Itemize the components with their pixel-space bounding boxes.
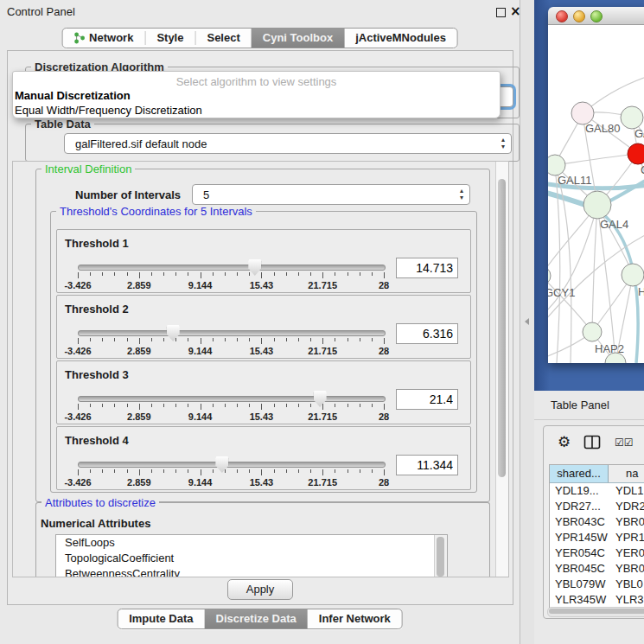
tab-infer-network[interactable]: Infer Network <box>308 609 402 628</box>
threshold-slider[interactable]: -3.4262.8599.14415.4321.71528 <box>78 325 384 356</box>
tick-label: 15.43 <box>250 346 274 356</box>
tick-mark <box>335 404 335 407</box>
slider-track[interactable] <box>78 462 386 468</box>
tick-label: -3.426 <box>64 477 91 488</box>
settings-scrollbar-thumb[interactable] <box>498 179 506 477</box>
cell-name: YBR0 <box>610 514 644 530</box>
network-node-c[interactable] <box>628 143 644 164</box>
attribute-list-item[interactable]: BetweennessCentrality <box>56 566 447 577</box>
tick-mark <box>188 469 188 473</box>
tab-cyni-toolbox[interactable]: Cyni Toolbox <box>252 29 344 48</box>
tab-select[interactable]: Select <box>195 29 251 48</box>
table-row[interactable]: YBR045CYBR0 <box>550 561 644 577</box>
node-table: shared... na YDL19...YDL1YDR27...YDR2YBR… <box>549 464 644 613</box>
tick-mark <box>114 338 115 341</box>
tick-mark <box>298 272 299 276</box>
tab-style[interactable]: Style <box>145 29 194 48</box>
number-of-intervals-combobox[interactable]: 5 ▴▾ <box>192 184 470 205</box>
attribute-list-scrollbar[interactable] <box>434 535 447 577</box>
table-row[interactable]: YER054CYER0 <box>550 545 644 561</box>
tick-label: -3.426 <box>64 280 91 290</box>
settings-vertical-scrollbar[interactable] <box>495 162 508 577</box>
network-node-h[interactable] <box>622 264 644 286</box>
threshold-slider[interactable]: -3.4262.8599.14415.4321.71528 <box>78 259 384 290</box>
tick-mark <box>261 338 262 344</box>
network-node-hap2[interactable] <box>583 322 602 341</box>
threshold-label: Threshold 4 <box>65 434 129 447</box>
control-panel-window: Control Panel × Network Style Select Cyn… <box>0 0 520 644</box>
threshold-value-field[interactable] <box>396 455 458 475</box>
splitter-collapse-icon[interactable] <box>525 318 529 325</box>
threshold-value-field[interactable] <box>396 258 458 278</box>
tick-mark <box>90 469 91 473</box>
tick-mark <box>286 469 287 473</box>
tab-network[interactable]: Network <box>62 29 144 48</box>
network-node-gal11[interactable] <box>548 155 565 175</box>
split-columns-icon[interactable] <box>583 435 601 450</box>
tick-label: 2.859 <box>127 411 151 422</box>
attribute-list-scrollbar-thumb[interactable] <box>437 537 444 577</box>
slider-track[interactable] <box>78 396 386 402</box>
tick-mark <box>372 338 373 341</box>
tick-mark <box>348 272 348 276</box>
apply-button[interactable]: Apply <box>227 579 293 600</box>
gear-icon[interactable]: ⚙ <box>558 433 571 450</box>
tick-mark <box>78 469 79 475</box>
tick-mark <box>384 338 385 344</box>
network-window-titlebar[interactable] <box>548 7 644 25</box>
tick-mark <box>90 272 91 276</box>
table-row[interactable]: YBL079WYBL0 <box>550 577 644 592</box>
attribute-list-item[interactable]: TopologicalCoefficient <box>56 551 447 566</box>
tick-mark <box>286 272 287 276</box>
cell-shared-name: YPR145W <box>550 530 610 545</box>
select-columns-icon[interactable]: ☑☑ <box>615 437 634 449</box>
table-horizontal-scrollbar[interactable] <box>547 607 644 617</box>
tab-discretize-data[interactable]: Discretize Data <box>205 609 308 628</box>
network-node-gcy1[interactable] <box>548 266 551 285</box>
tick-mark <box>237 469 238 473</box>
table-row[interactable]: YLR345WYLR3 <box>550 592 644 608</box>
window-close-icon[interactable] <box>556 10 568 22</box>
dropdown-option-manual-discretization[interactable]: Manual Discretization <box>13 88 500 103</box>
tick-mark <box>102 272 103 276</box>
tick-mark <box>139 404 140 410</box>
dropdown-option-equal-width-frequency[interactable]: Equal Width/Frequency Discretization <box>13 103 500 118</box>
tick-mark <box>151 338 152 341</box>
tab-jactivemnodules[interactable]: jActiveMNodules <box>344 29 457 48</box>
column-header-shared-name[interactable]: shared... <box>550 465 609 482</box>
table-scrollbar-thumb[interactable] <box>549 609 644 614</box>
network-node-ga[interactable] <box>621 106 643 129</box>
slider-track[interactable] <box>78 265 386 271</box>
network-graph: GAL80GACGAL11GAL4GCY1HHAP2 <box>548 25 644 363</box>
threshold-slider[interactable]: -3.4262.8599.14415.4321.71528 <box>78 391 384 422</box>
column-header-name[interactable]: na <box>609 465 644 482</box>
table-row[interactable]: YDR27...YDR2 <box>550 499 644 514</box>
table-row[interactable]: YPR145WYPR1 <box>550 530 644 545</box>
slider-track[interactable] <box>78 330 386 336</box>
window-zoom-icon[interactable] <box>590 10 603 22</box>
table-panel-title: Table Panel <box>551 399 609 411</box>
tick-label: 21.715 <box>308 411 337 422</box>
tab-impute-data[interactable]: Impute Data <box>118 609 204 628</box>
panel-splitter[interactable] <box>520 0 534 644</box>
table-row[interactable]: YDL19...YDL1 <box>550 483 644 499</box>
table-row[interactable]: YBR043CYBR0 <box>550 514 644 530</box>
threshold-value-field[interactable] <box>396 389 458 410</box>
network-node-gal4[interactable] <box>583 191 611 219</box>
attributes-groupbox: Attributes to discretize Numerical Attri… <box>35 502 490 577</box>
window-minimize-icon[interactable] <box>573 10 585 22</box>
tick-label: 21.715 <box>308 346 337 356</box>
tick-mark <box>249 338 250 341</box>
threshold-slider[interactable]: -3.4262.8599.14415.4321.71528 <box>78 456 384 488</box>
attribute-list-item[interactable]: SelfLoops <box>56 535 447 551</box>
interval-definition-groupbox: Interval Definition Number of Intervals … <box>35 169 490 502</box>
algorithm-dropdown-popup: Select algorithm to view settings Manual… <box>12 71 501 118</box>
control-panel-tab-bar: Network Style Select Cyni Toolbox jActiv… <box>61 28 458 48</box>
network-canvas[interactable]: GAL80GACGAL11GAL4GCY1HHAP2 <box>548 25 644 363</box>
threshold-panel-2: Threshold 2-3.4262.8599.14415.4321.71528 <box>56 295 471 359</box>
threshold-value-field[interactable] <box>396 323 458 344</box>
close-icon[interactable]: × <box>510 3 521 19</box>
table-data-combobox[interactable]: galFiltered.sif default node ▴▾ <box>64 133 512 154</box>
float-window-icon[interactable] <box>496 8 506 17</box>
cell-shared-name: YBR043C <box>550 514 610 530</box>
